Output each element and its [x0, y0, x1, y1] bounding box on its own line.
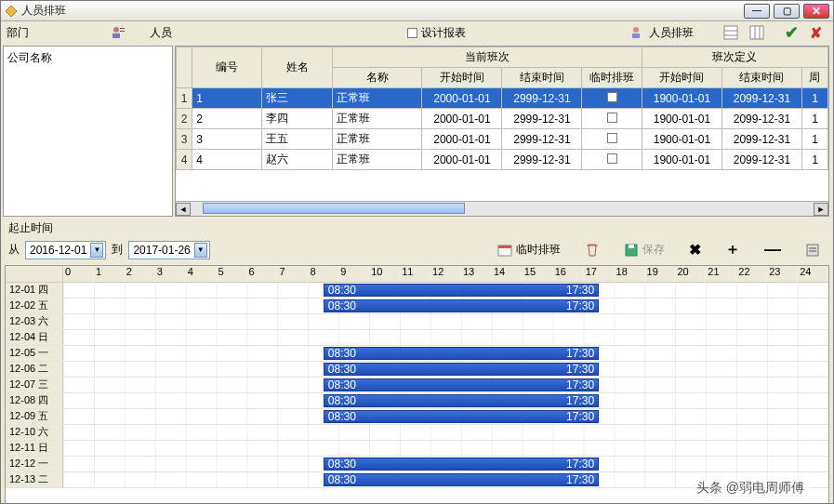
dept-tool-icon[interactable] [105, 23, 131, 42]
schedule-row[interactable]: 12-04 日 [6, 330, 828, 346]
clear-button[interactable]: ✖ [683, 239, 707, 260]
dept-root-node[interactable]: 公司名称 [7, 50, 168, 66]
date-to-combo[interactable]: 2017-01-26▼ [128, 241, 209, 259]
shift-bar[interactable]: 08:3017:30 [324, 394, 599, 407]
time-range-panel: 从 2016-12-01▼ 到 2017-01-26▼ [1, 237, 218, 263]
col-dend[interactable]: 结束时间 [721, 68, 801, 88]
dropdown-icon[interactable]: ▼ [194, 243, 207, 258]
shift-bar[interactable]: 08:3017:30 [324, 284, 599, 297]
col-end[interactable]: 结束时间 [502, 68, 582, 88]
day-label: 12-07 三 [6, 378, 63, 392]
svg-marker-0 [6, 6, 17, 17]
checkbox-icon [407, 28, 417, 38]
svg-point-1 [113, 27, 119, 33]
scroll-left-icon[interactable]: ◄ [176, 203, 191, 216]
svg-rect-4 [120, 31, 125, 32]
grid-icon-1[interactable] [718, 23, 744, 42]
temp-schedule-button[interactable]: 临时排班 [492, 240, 566, 259]
svg-rect-2 [113, 33, 120, 38]
day-label: 12-08 四 [6, 393, 63, 408]
table-row[interactable]: 4 4赵六 正常班2000-01-012999-12-31 1900-01-01… [177, 150, 828, 170]
shift-bar[interactable]: 08:3017:30 [324, 347, 599, 360]
properties-button[interactable] [800, 241, 826, 259]
close-button[interactable]: ✕ [803, 4, 829, 19]
schedule-body[interactable]: 12-01 四08:3017:3012-02 五08:3017:3012-03 … [6, 283, 828, 504]
schedule-row[interactable]: 12-05 一08:3017:30 [6, 346, 828, 362]
shift-bar[interactable]: 08:3017:30 [324, 378, 599, 391]
row-header[interactable]: 3 [177, 129, 192, 150]
table-row[interactable]: 2 2李四 正常班2000-01-012999-12-31 1900-01-01… [177, 109, 828, 129]
schedule-row[interactable]: 12-06 二08:3017:30 [6, 362, 828, 378]
app-icon [5, 5, 18, 18]
remove-button[interactable]: — [759, 238, 787, 261]
time-range-label: 起止时间 [1, 219, 833, 236]
svg-rect-18 [807, 245, 818, 256]
delete-button[interactable] [579, 241, 605, 259]
schedule-row[interactable]: 12-01 四08:3017:30 [6, 283, 828, 298]
day-label: 12-06 二 [6, 362, 63, 377]
col-number[interactable]: 编号 [192, 47, 262, 88]
design-report-button[interactable]: 设计报表 [402, 23, 471, 43]
personnel-grid[interactable]: 编号 姓名 当前班次 班次定义 名称 开始时间 结束时间 临时排班 开始时间 结… [176, 46, 828, 170]
svg-point-5 [633, 27, 639, 33]
shift-bar[interactable]: 08:3017:30 [324, 473, 599, 486]
checkbox-icon[interactable] [607, 113, 617, 123]
confirm-button[interactable]: ✔ [779, 20, 804, 45]
add-button[interactable]: ＋ [720, 238, 746, 261]
col-temp[interactable]: 临时排班 [582, 68, 642, 88]
from-label: 从 [8, 242, 20, 258]
checkbox-icon[interactable] [607, 92, 617, 102]
watermark: 头条 @弱电周师傅 [691, 478, 810, 498]
checkbox-icon[interactable] [607, 153, 617, 164]
day-label: 12-03 六 [6, 314, 63, 329]
schedule-row[interactable]: 12-09 五08:3017:30 [6, 409, 828, 425]
svg-rect-3 [120, 28, 125, 29]
dept-tree-panel[interactable]: 公司名称 [3, 46, 173, 217]
window-title: 人员排班 [21, 3, 740, 19]
day-label: 12-10 六 [6, 425, 63, 440]
schedule-row[interactable]: 12-11 日 [6, 441, 828, 457]
maximize-button[interactable]: ▢ [774, 4, 800, 19]
table-row[interactable]: 1 1张三 正常班2000-01-012999-12-31 1900-01-01… [177, 88, 828, 109]
svg-rect-6 [632, 33, 640, 38]
row-header[interactable]: 4 [177, 150, 192, 170]
shift-bar[interactable]: 08:3017:30 [324, 410, 599, 423]
cancel-button[interactable]: ✘ [804, 22, 827, 44]
shift-bar[interactable]: 08:3017:30 [324, 363, 599, 376]
day-label: 12-04 日 [6, 330, 63, 345]
col-start[interactable]: 开始时间 [422, 68, 502, 88]
day-label: 12-01 四 [6, 283, 63, 298]
minimize-button[interactable]: — [744, 4, 770, 19]
schedule-hour-header: 0123456789101112131415161718192021222324 [63, 266, 828, 282]
schedule-row[interactable]: 12-08 四08:3017:30 [6, 393, 828, 409]
checkbox-icon[interactable] [607, 133, 617, 143]
save-button[interactable]: 保存 [618, 240, 670, 259]
mid-toolbar: 临时排班 保存 ✖ ＋ — [218, 236, 833, 263]
col-dstart[interactable]: 开始时间 [642, 68, 721, 88]
svg-rect-17 [629, 245, 634, 248]
personnel-label: 人员 [150, 25, 172, 41]
row-header[interactable]: 1 [177, 88, 192, 109]
table-row[interactable]: 3 3王五 正常班2000-01-012999-12-31 1900-01-01… [177, 129, 828, 150]
day-label: 12-12 一 [6, 457, 63, 471]
schedule-row[interactable]: 12-10 六 [6, 425, 828, 441]
day-label: 12-13 二 [6, 472, 63, 487]
upper-toolbar: 部门 人员 设计报表 人员排班 ✔ ✘ [1, 21, 833, 44]
shift-bar[interactable]: 08:3017:30 [324, 299, 599, 312]
col-shift[interactable]: 名称 [332, 68, 422, 88]
col-name[interactable]: 姓名 [262, 47, 332, 88]
col-cycle[interactable]: 周 [801, 68, 827, 88]
day-label: 12-09 五 [6, 409, 63, 424]
person-schedule-button[interactable]: 人员排班 [625, 23, 699, 43]
shift-bar[interactable]: 08:3017:30 [324, 458, 599, 471]
grid-hscrollbar[interactable]: ◄ ► [176, 201, 828, 216]
date-from-combo[interactable]: 2016-12-01▼ [25, 241, 106, 259]
schedule-row[interactable]: 12-12 一08:3017:30 [6, 457, 828, 472]
grid-icon-2[interactable] [744, 23, 770, 42]
scroll-right-icon[interactable]: ► [814, 203, 828, 216]
schedule-row[interactable]: 12-02 五08:3017:30 [6, 298, 828, 314]
schedule-row[interactable]: 12-07 三08:3017:30 [6, 378, 828, 393]
row-header[interactable]: 2 [177, 109, 192, 129]
schedule-row[interactable]: 12-03 六 [6, 314, 828, 330]
dropdown-icon[interactable]: ▼ [90, 243, 103, 258]
